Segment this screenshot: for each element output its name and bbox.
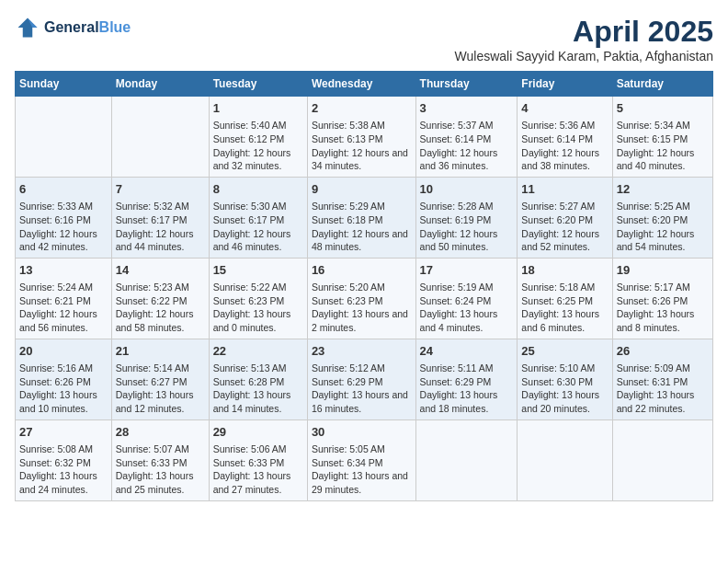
calendar-cell: 17Sunrise: 5:19 AMSunset: 6:24 PMDayligh… (415, 258, 518, 339)
cell-content: Sunrise: 5:22 AMSunset: 6:23 PMDaylight:… (213, 281, 303, 335)
cell-content: Sunrise: 5:36 AMSunset: 6:14 PMDaylight:… (521, 119, 608, 173)
calendar-cell: 21Sunrise: 5:14 AMSunset: 6:27 PMDayligh… (111, 339, 209, 419)
day-number: 19 (617, 262, 709, 279)
day-number: 20 (19, 343, 108, 360)
cell-content: Sunrise: 5:11 AMSunset: 6:29 PMDaylight:… (420, 362, 514, 416)
cell-content: Sunrise: 5:17 AMSunset: 6:26 PMDaylight:… (617, 281, 709, 335)
day-number: 28 (116, 424, 205, 441)
day-number: 22 (213, 343, 303, 360)
calendar-cell: 26Sunrise: 5:09 AMSunset: 6:31 PMDayligh… (612, 339, 712, 419)
day-number: 5 (617, 100, 709, 117)
calendar-cell: 7Sunrise: 5:32 AMSunset: 6:17 PMDaylight… (111, 177, 209, 258)
page-header: GeneralBlue April 2025 Wuleswali Sayyid … (15, 15, 713, 63)
calendar-cell: 8Sunrise: 5:30 AMSunset: 6:17 PMDaylight… (209, 177, 307, 258)
day-number: 10 (420, 181, 514, 198)
logo: GeneralBlue (15, 15, 131, 40)
calendar-week-row: 6Sunrise: 5:33 AMSunset: 6:16 PMDaylight… (16, 177, 713, 258)
cell-content: Sunrise: 5:05 AMSunset: 6:34 PMDaylight:… (312, 442, 412, 497)
day-number: 11 (521, 181, 608, 198)
cell-content: Sunrise: 5:12 AMSunset: 6:29 PMDaylight:… (312, 362, 412, 416)
day-number: 16 (312, 262, 412, 279)
calendar-cell: 25Sunrise: 5:10 AMSunset: 6:30 PMDayligh… (518, 339, 612, 419)
day-number: 15 (213, 262, 303, 279)
calendar-cell: 6Sunrise: 5:33 AMSunset: 6:16 PMDaylight… (16, 177, 112, 258)
calendar-cell: 22Sunrise: 5:13 AMSunset: 6:28 PMDayligh… (209, 339, 307, 419)
day-number: 26 (617, 343, 709, 360)
page-title: April 2025 (455, 15, 713, 49)
day-number: 7 (116, 181, 205, 198)
calendar-header-row: SundayMondayTuesdayWednesdayThursdayFrid… (16, 72, 713, 97)
cell-content: Sunrise: 5:32 AMSunset: 6:17 PMDaylight:… (116, 200, 205, 254)
title-block: April 2025 Wuleswali Sayyid Karam, Pakti… (455, 15, 713, 63)
day-number: 23 (312, 343, 412, 360)
day-number: 8 (213, 181, 303, 198)
cell-content: Sunrise: 5:07 AMSunset: 6:33 PMDaylight:… (116, 442, 205, 497)
day-number: 27 (19, 424, 108, 441)
calendar-cell: 3Sunrise: 5:37 AMSunset: 6:14 PMDaylight… (415, 97, 518, 178)
cell-content: Sunrise: 5:30 AMSunset: 6:17 PMDaylight:… (213, 200, 303, 254)
calendar-cell: 14Sunrise: 5:23 AMSunset: 6:22 PMDayligh… (111, 258, 209, 339)
cell-content: Sunrise: 5:19 AMSunset: 6:24 PMDaylight:… (420, 281, 514, 335)
calendar-cell (518, 419, 612, 500)
cell-content: Sunrise: 5:06 AMSunset: 6:33 PMDaylight:… (213, 442, 303, 497)
calendar-cell: 12Sunrise: 5:25 AMSunset: 6:20 PMDayligh… (612, 177, 712, 258)
calendar-cell: 20Sunrise: 5:16 AMSunset: 6:26 PMDayligh… (16, 339, 112, 419)
cell-content: Sunrise: 5:37 AMSunset: 6:14 PMDaylight:… (420, 119, 514, 173)
cell-content: Sunrise: 5:09 AMSunset: 6:31 PMDaylight:… (617, 362, 709, 416)
cell-content: Sunrise: 5:25 AMSunset: 6:20 PMDaylight:… (617, 200, 709, 254)
calendar-cell: 28Sunrise: 5:07 AMSunset: 6:33 PMDayligh… (111, 419, 209, 500)
calendar-week-row: 13Sunrise: 5:24 AMSunset: 6:21 PMDayligh… (16, 258, 713, 339)
day-number: 25 (521, 343, 608, 360)
calendar-cell: 10Sunrise: 5:28 AMSunset: 6:19 PMDayligh… (415, 177, 518, 258)
day-number: 18 (521, 262, 608, 279)
calendar-cell: 24Sunrise: 5:11 AMSunset: 6:29 PMDayligh… (415, 339, 518, 419)
calendar-week-row: 20Sunrise: 5:16 AMSunset: 6:26 PMDayligh… (16, 339, 713, 419)
day-header-thursday: Thursday (415, 72, 518, 97)
calendar-cell: 1Sunrise: 5:40 AMSunset: 6:12 PMDaylight… (209, 97, 307, 178)
day-number: 3 (420, 100, 514, 117)
day-number: 13 (19, 262, 108, 279)
calendar-cell (612, 419, 712, 500)
calendar-week-row: 27Sunrise: 5:08 AMSunset: 6:32 PMDayligh… (16, 419, 713, 500)
day-header-saturday: Saturday (612, 72, 712, 97)
calendar-cell: 27Sunrise: 5:08 AMSunset: 6:32 PMDayligh… (16, 419, 112, 500)
calendar-cell: 16Sunrise: 5:20 AMSunset: 6:23 PMDayligh… (307, 258, 415, 339)
calendar-cell: 9Sunrise: 5:29 AMSunset: 6:18 PMDaylight… (307, 177, 415, 258)
logo-icon (15, 15, 40, 40)
calendar-cell: 4Sunrise: 5:36 AMSunset: 6:14 PMDaylight… (518, 97, 612, 178)
logo-text: GeneralBlue (44, 19, 131, 36)
calendar-table: SundayMondayTuesdayWednesdayThursdayFrid… (15, 71, 713, 501)
day-header-tuesday: Tuesday (209, 72, 307, 97)
day-number: 17 (420, 262, 514, 279)
cell-content: Sunrise: 5:38 AMSunset: 6:13 PMDaylight:… (312, 119, 412, 173)
calendar-cell: 2Sunrise: 5:38 AMSunset: 6:13 PMDaylight… (307, 97, 415, 178)
day-number: 1 (213, 100, 303, 117)
day-header-friday: Friday (518, 72, 612, 97)
cell-content: Sunrise: 5:16 AMSunset: 6:26 PMDaylight:… (19, 362, 108, 416)
day-header-wednesday: Wednesday (307, 72, 415, 97)
cell-content: Sunrise: 5:14 AMSunset: 6:27 PMDaylight:… (116, 362, 205, 416)
cell-content: Sunrise: 5:27 AMSunset: 6:20 PMDaylight:… (521, 200, 608, 254)
calendar-cell (111, 97, 209, 178)
calendar-cell: 29Sunrise: 5:06 AMSunset: 6:33 PMDayligh… (209, 419, 307, 500)
calendar-cell: 5Sunrise: 5:34 AMSunset: 6:15 PMDaylight… (612, 97, 712, 178)
day-number: 29 (213, 424, 303, 441)
calendar-cell: 19Sunrise: 5:17 AMSunset: 6:26 PMDayligh… (612, 258, 712, 339)
calendar-cell (16, 97, 112, 178)
day-number: 9 (312, 181, 412, 198)
cell-content: Sunrise: 5:28 AMSunset: 6:19 PMDaylight:… (420, 200, 514, 254)
day-header-sunday: Sunday (16, 72, 112, 97)
calendar-cell: 11Sunrise: 5:27 AMSunset: 6:20 PMDayligh… (518, 177, 612, 258)
cell-content: Sunrise: 5:33 AMSunset: 6:16 PMDaylight:… (19, 200, 108, 254)
cell-content: Sunrise: 5:23 AMSunset: 6:22 PMDaylight:… (116, 281, 205, 335)
day-number: 14 (116, 262, 205, 279)
cell-content: Sunrise: 5:40 AMSunset: 6:12 PMDaylight:… (213, 119, 303, 173)
cell-content: Sunrise: 5:20 AMSunset: 6:23 PMDaylight:… (312, 281, 412, 335)
calendar-cell: 30Sunrise: 5:05 AMSunset: 6:34 PMDayligh… (307, 419, 415, 500)
calendar-cell: 13Sunrise: 5:24 AMSunset: 6:21 PMDayligh… (16, 258, 112, 339)
day-number: 12 (617, 181, 709, 198)
day-number: 2 (312, 100, 412, 117)
calendar-cell (415, 419, 518, 500)
calendar-cell: 18Sunrise: 5:18 AMSunset: 6:25 PMDayligh… (518, 258, 612, 339)
day-header-monday: Monday (111, 72, 209, 97)
